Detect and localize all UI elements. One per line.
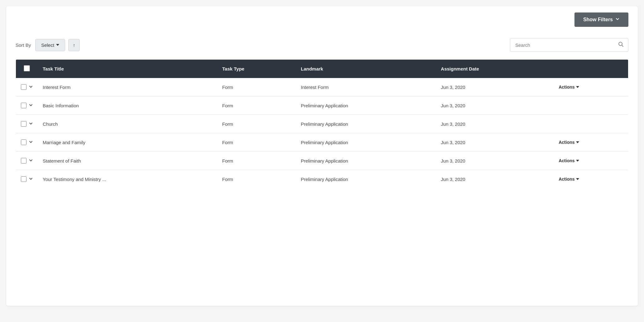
expand-row-icon[interactable]: [29, 140, 33, 145]
row-actions-cell: Actions: [554, 170, 628, 188]
header-landmark: Landmark: [296, 60, 436, 78]
actions-chevron-icon: [576, 86, 579, 88]
actions-chevron-icon: [576, 178, 579, 180]
show-filters-button[interactable]: Show Filters: [574, 12, 628, 27]
row-task-title: Interest Form: [38, 78, 217, 96]
search-container: [510, 38, 628, 52]
table-row: Interest FormFormInterest FormJun 3, 202…: [16, 78, 628, 96]
row-actions-cell: [554, 115, 628, 133]
row-checkbox[interactable]: [21, 84, 26, 90]
row-checkbox-cell: [16, 152, 38, 170]
row-actions-cell: Actions: [554, 78, 628, 96]
header-task-title: Task Title: [38, 60, 217, 78]
row-assignment-date: Jun 3, 2020: [436, 170, 554, 188]
header-actions: [554, 60, 628, 78]
row-assignment-date: Jun 3, 2020: [436, 78, 554, 96]
search-button[interactable]: [614, 38, 628, 51]
row-checkbox[interactable]: [21, 176, 26, 182]
row-landmark: Interest Form: [296, 78, 436, 96]
top-bar: Show Filters: [16, 12, 628, 33]
row-landmark: Preliminary Application: [296, 115, 436, 133]
sort-direction-button[interactable]: ↑: [68, 39, 80, 51]
row-checkbox[interactable]: [21, 139, 26, 145]
row-checkbox[interactable]: [21, 158, 26, 163]
table-row: Marriage and FamilyFormPreliminary Appli…: [16, 133, 628, 152]
table-row: Basic InformationFormPreliminary Applica…: [16, 96, 628, 115]
expand-row-icon[interactable]: [29, 103, 33, 108]
row-actions-cell: [554, 96, 628, 115]
header-checkbox[interactable]: [24, 65, 30, 71]
row-actions-cell: Actions: [554, 152, 628, 170]
actions-label: Actions: [559, 85, 574, 90]
select-chevron-icon: [56, 44, 59, 46]
actions-button[interactable]: Actions: [559, 177, 579, 182]
row-task-type: Form: [217, 152, 296, 170]
select-label: Select: [41, 42, 54, 48]
data-table: Task Title Task Type Landmark Assignment…: [16, 59, 628, 188]
expand-row-icon[interactable]: [29, 159, 33, 163]
select-dropdown-button[interactable]: Select: [35, 39, 65, 51]
row-assignment-date: Jun 3, 2020: [436, 115, 554, 133]
row-assignment-date: Jun 3, 2020: [436, 96, 554, 115]
row-checkbox-cell: [16, 170, 38, 188]
row-task-title: Basic Information: [38, 96, 217, 115]
svg-line-1: [622, 45, 623, 47]
actions-label: Actions: [559, 158, 574, 163]
actions-chevron-icon: [576, 160, 579, 162]
sort-direction-icon: ↑: [73, 42, 75, 48]
controls-bar: Sort By Select ↑: [16, 33, 628, 59]
expand-row-icon[interactable]: [29, 122, 33, 126]
sort-controls: Sort By Select ↑: [16, 39, 80, 51]
row-task-type: Form: [217, 133, 296, 152]
row-actions-cell: Actions: [554, 133, 628, 152]
row-task-title: Marriage and Family: [38, 133, 217, 152]
row-checkbox-cell: [16, 96, 38, 115]
row-checkbox-cell: [16, 133, 38, 152]
table-row: ChurchFormPreliminary ApplicationJun 3, …: [16, 115, 628, 133]
search-icon: [618, 43, 624, 48]
table-row: Statement of FaithFormPreliminary Applic…: [16, 152, 628, 170]
table-row: Your Testimony and Ministry ...FormPreli…: [16, 170, 628, 188]
row-task-type: Form: [217, 115, 296, 133]
actions-chevron-icon: [576, 141, 579, 143]
actions-button[interactable]: Actions: [559, 85, 579, 90]
header-checkbox-cell: [16, 60, 38, 78]
actions-label: Actions: [559, 140, 574, 145]
row-task-type: Form: [217, 96, 296, 115]
row-assignment-date: Jun 3, 2020: [436, 152, 554, 170]
expand-row-icon[interactable]: [29, 85, 33, 90]
row-task-type: Form: [217, 78, 296, 96]
expand-row-icon[interactable]: [29, 177, 33, 182]
header-assignment-date: Assignment Date: [436, 60, 554, 78]
row-landmark: Preliminary Application: [296, 133, 436, 152]
row-task-title: Church: [38, 115, 217, 133]
row-task-title: Statement of Faith: [38, 152, 217, 170]
row-checkbox-cell: [16, 78, 38, 96]
row-checkbox[interactable]: [21, 103, 26, 108]
table-body: Interest FormFormInterest FormJun 3, 202…: [16, 78, 628, 188]
actions-button[interactable]: Actions: [559, 140, 579, 145]
actions-label: Actions: [559, 177, 574, 182]
header-task-type: Task Type: [217, 60, 296, 78]
row-checkbox-cell: [16, 115, 38, 133]
show-filters-label: Show Filters: [583, 17, 613, 22]
actions-button[interactable]: Actions: [559, 158, 579, 163]
page-container: Show Filters Sort By Select ↑: [6, 6, 638, 306]
row-task-title: Your Testimony and Ministry ...: [38, 170, 217, 188]
row-landmark: Preliminary Application: [296, 96, 436, 115]
filter-chevron-icon: [615, 17, 620, 22]
row-assignment-date: Jun 3, 2020: [436, 133, 554, 152]
row-landmark: Preliminary Application: [296, 170, 436, 188]
row-landmark: Preliminary Application: [296, 152, 436, 170]
header-row: Task Title Task Type Landmark Assignment…: [16, 60, 628, 78]
table-header: Task Title Task Type Landmark Assignment…: [16, 60, 628, 78]
row-task-type: Form: [217, 170, 296, 188]
search-input[interactable]: [510, 39, 614, 51]
sort-by-label: Sort By: [16, 42, 31, 48]
row-checkbox[interactable]: [21, 121, 26, 127]
